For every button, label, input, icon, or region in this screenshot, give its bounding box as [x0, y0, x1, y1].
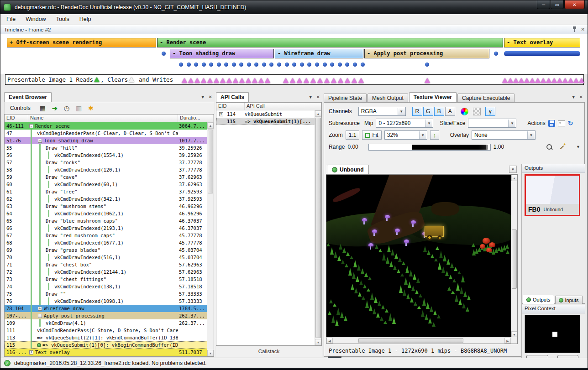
drawcall-dot[interactable]	[307, 63, 311, 67]
write-triangle-icon[interactable]	[194, 78, 200, 83]
timeline-frame-bar[interactable]: + Off-screen scene rendering	[7, 38, 156, 47]
event-row[interactable]: 51-76-Toon shading draw1017.7...	[5, 137, 214, 144]
controls-label[interactable]: Controls	[7, 104, 33, 112]
drawcall-dot[interactable]	[162, 52, 166, 56]
menu-tools[interactable]: Tools	[51, 14, 74, 25]
event-row[interactable]: 72vkCmdDrawIndexed(12144,1)57.62963	[5, 268, 214, 276]
zoom-range-icon[interactable]	[546, 144, 553, 151]
menu-window[interactable]: Window	[21, 14, 51, 25]
expander-minus-icon[interactable]: -	[38, 139, 42, 143]
scrollbar-thumb[interactable]	[208, 130, 213, 193]
timeline-panel-header[interactable]: Timeline - Frame #2 ✕	[0, 25, 588, 34]
expander-plus-icon[interactable]: +	[29, 350, 33, 354]
event-table-header[interactable]: EID Name Duratio...	[5, 115, 214, 122]
scroll-up-icon[interactable]: ▲	[207, 122, 214, 129]
event-row[interactable]: 109vkCmdDraw(4,1)262.37...	[5, 319, 214, 327]
drawcall-dot[interactable]	[269, 63, 273, 67]
pin-icon[interactable]	[572, 26, 577, 32]
write-triangle-icon[interactable]	[425, 78, 430, 83]
write-triangle-icon[interactable]	[562, 78, 568, 83]
expander-minus-icon[interactable]: -	[29, 124, 33, 128]
api-call-row[interactable]: 115=> vkQueueSubmit(1)[...	[216, 118, 321, 125]
write-triangle-icon[interactable]	[226, 78, 232, 83]
range-max-value[interactable]: 1.00	[493, 144, 504, 150]
drawcall-dot[interactable]	[353, 63, 357, 67]
drawcall-dot[interactable]	[262, 63, 266, 67]
event-row[interactable]: 73Draw "chest fittings"57.18518	[5, 276, 214, 283]
drawcall-dot[interactable]	[494, 52, 498, 56]
tab-texture-viewer[interactable]: Texture Viewer	[409, 92, 457, 102]
write-triangle-icon[interactable]	[513, 78, 519, 83]
write-triangle-icon[interactable]	[557, 78, 562, 83]
submit-bar[interactable]	[504, 51, 580, 56]
close-panel-icon[interactable]: ✕	[581, 27, 585, 32]
write-triangle-icon[interactable]	[297, 78, 302, 83]
event-row[interactable]: 64vkCmdDrawIndexed(1062,1)46.96296	[5, 210, 214, 217]
write-triangle-icon[interactable]	[182, 78, 187, 83]
event-scrollbar[interactable]: ▲ ▼	[207, 122, 214, 356]
overlay-combo[interactable]: None▼	[472, 130, 536, 140]
timeline-marker-bar[interactable]: - Apply post processing	[364, 49, 489, 58]
minimize-button[interactable]: ─	[537, 0, 550, 9]
texture-image[interactable]	[326, 175, 511, 337]
write-triangle-icon[interactable]	[508, 78, 513, 83]
event-row[interactable]: 70vkCmdDrawIndexed(516,1)45.03704	[5, 254, 214, 261]
scroll-left-icon[interactable]: ◀	[326, 338, 333, 344]
tab-outputs[interactable]: Outputs	[523, 295, 554, 304]
write-triangle-icon[interactable]	[233, 78, 238, 83]
drawcall-dot[interactable]	[330, 63, 334, 67]
timeline-frame-bar[interactable]: - Text overlay	[504, 38, 580, 47]
drawcall-dot[interactable]	[239, 63, 243, 67]
save-texture-icon[interactable]	[548, 120, 555, 127]
event-row[interactable]: 111vkCmdEndRenderPass(C=Store, D=Store, …	[5, 327, 214, 334]
chevron-down-icon[interactable]: ▼	[201, 95, 205, 99]
channels-combo[interactable]: RGBA▼	[358, 107, 406, 116]
checkerboard-background-icon[interactable]	[473, 108, 481, 115]
drawcall-dot[interactable]	[300, 63, 304, 67]
filter-icon[interactable]: ▦	[40, 105, 46, 111]
tab-capture-executable[interactable]: Capture Executable	[457, 94, 514, 102]
channel-a-button[interactable]: A	[445, 107, 455, 116]
autofit-range-icon[interactable]	[559, 144, 566, 151]
range-min-value[interactable]: 0.00	[347, 144, 358, 150]
close-button[interactable]: ✕	[564, 0, 585, 9]
event-row[interactable]: 76vkCmdDrawIndexed(1098,1)57.33333	[5, 297, 214, 305]
write-triangle-icon[interactable]	[310, 78, 316, 83]
range-slider[interactable]	[368, 144, 491, 151]
event-row[interactable]: 78-104+Wireframe draw1784.5...	[5, 305, 214, 312]
menu-help[interactable]: Help	[74, 14, 96, 25]
api-call-row[interactable]: +114vkQueueSubmit	[216, 110, 321, 118]
scrollbar-thumb[interactable]	[512, 229, 517, 289]
event-row[interactable]: 58vkCmdDrawIndexed(120,1)37.77778	[5, 166, 214, 173]
write-triangle-icon[interactable]	[502, 78, 508, 83]
drawcall-dot[interactable]	[345, 63, 349, 67]
write-triangle-icon[interactable]	[573, 78, 579, 83]
drawcall-dot[interactable]	[187, 63, 191, 67]
range-handle[interactable]	[486, 145, 488, 150]
event-row[interactable]: 47vkCmdBeginRenderPass(C=Clear, D=Clear,…	[5, 130, 214, 137]
tab-unbound-texture[interactable]: Unbound	[327, 165, 369, 174]
timeline-marker-bar[interactable]: - Toon shading draw	[170, 49, 274, 58]
event-row[interactable]: 69Draw "grass blades"45.03704	[5, 246, 214, 254]
toolbar-overflow-icon[interactable]: ▼	[576, 145, 580, 149]
write-triangle-icon[interactable]	[265, 78, 270, 83]
expander-plus-icon[interactable]: +	[219, 112, 223, 116]
write-triangle-icon[interactable]	[290, 78, 295, 83]
write-triangle-icon[interactable]	[239, 78, 245, 83]
close-icon[interactable]: ✕	[316, 94, 320, 99]
event-row[interactable]: 68vkCmdDrawIndexed(1677,1)45.77778	[5, 239, 214, 246]
write-triangle-icon[interactable]	[252, 78, 257, 83]
jump-to-eid-icon[interactable]: ➔	[52, 105, 58, 111]
sliceface-combo[interactable]: ▼	[468, 119, 516, 128]
scroll-right-icon[interactable]: ▶	[504, 338, 511, 344]
drawcall-dot[interactable]	[338, 63, 342, 67]
write-triangle-icon[interactable]	[207, 78, 213, 83]
drawcall-dot[interactable]	[277, 63, 281, 67]
scroll-up-icon[interactable]: ▲	[511, 175, 517, 181]
write-triangle-icon[interactable]	[220, 78, 226, 83]
channel-r-button[interactable]: R	[412, 107, 422, 116]
write-triangle-icon[interactable]	[258, 78, 264, 83]
color-wheel-icon[interactable]	[461, 108, 468, 115]
tab-pipeline-state[interactable]: Pipeline State	[324, 94, 367, 102]
stats-icon[interactable]: ▥	[76, 105, 82, 111]
